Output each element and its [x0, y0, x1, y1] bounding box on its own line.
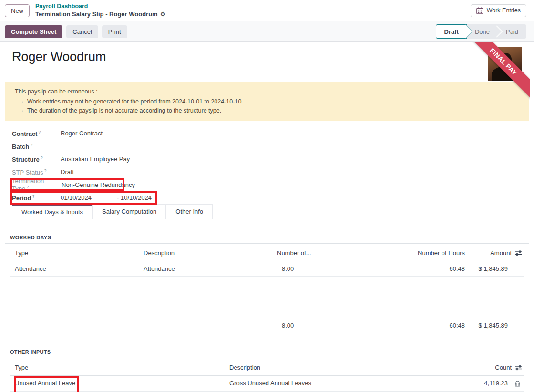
- structure-label: Structure: [12, 156, 40, 163]
- help-icon[interactable]: ?: [44, 168, 47, 173]
- calendar-icon: [476, 7, 483, 14]
- other-inputs-table: Type Description Count Unused Annual Lea…: [10, 358, 524, 392]
- breadcrumb: Payroll Dashboard Termination Salary Sli…: [35, 3, 165, 18]
- tab-salary-computation[interactable]: Salary Computation: [92, 204, 166, 219]
- status-pipeline: Draft Done Paid: [436, 24, 526, 39]
- period-start-value[interactable]: 01/10/2024: [61, 194, 117, 201]
- warning-item: Work entries may not be generated for th…: [15, 97, 519, 106]
- warning-alert: This payslip can be erroneous : Work ent…: [5, 82, 529, 121]
- contract-value[interactable]: Roger Contract: [61, 130, 103, 137]
- field-structure: Structure? Australian Employee Pay: [12, 153, 522, 165]
- worked-days-amount[interactable]: $ 1,845.89: [470, 261, 513, 276]
- action-bar: Compute Sheet Cancel Print Draft Done Pa…: [0, 21, 534, 42]
- col-type[interactable]: Type: [10, 358, 225, 375]
- batch-label: Batch: [12, 143, 29, 150]
- other-inputs-row[interactable]: Unused Annual Leave Gross Unused Annual …: [10, 376, 524, 391]
- worked-days-row[interactable]: Attendance Attendance 8.00 60:48 $ 1,845…: [10, 261, 524, 277]
- period-end-value[interactable]: - 10/10/2024: [117, 194, 152, 201]
- help-icon[interactable]: ?: [32, 194, 34, 199]
- help-icon[interactable]: ?: [30, 143, 32, 147]
- gear-icon[interactable]: ⚙: [160, 10, 166, 18]
- trash-icon: [514, 381, 521, 387]
- field-period: Period? 01/10/2024- 10/10/2024: [12, 191, 522, 204]
- top-bar: New Payroll Dashboard Termination Salary…: [0, 0, 534, 21]
- field-stp-status: STP Status? Draft: [12, 165, 522, 178]
- empty-rows-area: [10, 277, 524, 318]
- optional-columns-icon[interactable]: [515, 364, 522, 371]
- worked-days-hours[interactable]: 60:48: [325, 261, 470, 276]
- worked-days-section-title: WORKED DAYS: [10, 235, 524, 240]
- other-input-description[interactable]: Gross Unused Annual Leaves: [225, 376, 441, 391]
- new-button[interactable]: New: [5, 4, 30, 17]
- worked-days-header-row: Type Description Number of... Number of …: [10, 244, 524, 261]
- notebook-tabs: Worked Days & Inputs Salary Computation …: [4, 204, 530, 219]
- field-contract: Contract? Roger Contract: [12, 127, 522, 140]
- termination-type-value: Non-Genuine Redundancy: [62, 181, 135, 188]
- breadcrumb-current: Termination Salary Slip - Roger Woodrum: [35, 10, 158, 18]
- structure-value[interactable]: Australian Employee Pay: [61, 155, 130, 163]
- total-number: 8.00: [272, 318, 325, 333]
- warning-title: This payslip can be erroneous :: [15, 87, 519, 96]
- total-hours: 60:48: [325, 318, 470, 333]
- period-label: Period: [12, 195, 31, 202]
- breadcrumb-payroll-dashboard[interactable]: Payroll Dashboard: [35, 3, 165, 10]
- work-entries-button[interactable]: Work Entries: [471, 4, 526, 17]
- stage-draft[interactable]: Draft: [436, 24, 467, 39]
- other-inputs-header-row: Type Description Count: [10, 358, 524, 376]
- help-icon[interactable]: ?: [38, 130, 41, 134]
- help-icon[interactable]: ?: [41, 155, 43, 160]
- help-icon[interactable]: ?: [26, 185, 29, 189]
- worked-days-type[interactable]: Attendance: [10, 261, 139, 276]
- stp-status-value: Draft: [61, 168, 74, 175]
- col-number-of[interactable]: Number of...: [272, 244, 325, 261]
- optional-columns-icon[interactable]: [515, 250, 522, 256]
- work-entries-label: Work Entries: [487, 7, 521, 14]
- stp-status-label: STP Status: [12, 169, 43, 176]
- col-description[interactable]: Description: [225, 358, 441, 375]
- worked-days-table: Type Description Number of... Number of …: [10, 244, 524, 333]
- payslip-sheet: FINAL PAY Roger Woodrum This payslip can…: [4, 42, 530, 392]
- col-amount[interactable]: Amount: [490, 249, 512, 257]
- tab-other-info[interactable]: Other Info: [166, 204, 213, 219]
- col-number-of-hours[interactable]: Number of Hours: [325, 244, 470, 261]
- col-type[interactable]: Type: [10, 244, 139, 261]
- delete-row-button[interactable]: [514, 381, 521, 387]
- other-input-type[interactable]: Unused Annual Leave: [10, 376, 225, 391]
- worked-days-totals-row: 8.00 60:48 $ 1,845.89: [10, 318, 524, 333]
- field-termination-type: Termination Type? Non-Genuine Redundancy: [12, 178, 522, 191]
- field-group: Contract? Roger Contract Batch? Structur…: [12, 127, 522, 204]
- worked-days-description[interactable]: Attendance: [139, 261, 272, 276]
- cancel-button[interactable]: Cancel: [66, 25, 98, 38]
- worked-days-number[interactable]: 8.00: [272, 261, 325, 276]
- field-batch: Batch?: [12, 140, 522, 153]
- print-button[interactable]: Print: [102, 25, 127, 38]
- col-description[interactable]: Description: [139, 244, 272, 261]
- other-inputs-section-title: OTHER INPUTS: [10, 349, 524, 355]
- col-count[interactable]: Count: [495, 364, 512, 371]
- compute-sheet-button[interactable]: Compute Sheet: [5, 25, 62, 38]
- tab-worked-days-inputs[interactable]: Worked Days & Inputs: [12, 205, 92, 219]
- total-amount: $ 1,845.89: [470, 318, 513, 333]
- contract-label: Contract: [12, 130, 37, 137]
- other-input-count[interactable]: 4,119.23: [441, 376, 513, 391]
- warning-item: The duration of the payslip is not accur…: [15, 106, 519, 115]
- page-title: Roger Woodrum: [12, 50, 530, 64]
